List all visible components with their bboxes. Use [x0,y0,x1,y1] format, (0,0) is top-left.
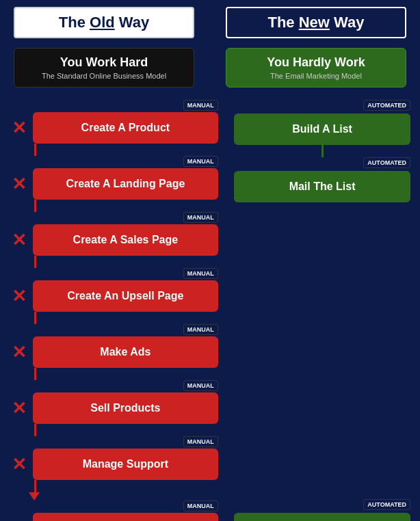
badge-row-2: MANUAL [10,156,218,168]
x-icon-1: ✕ [10,118,29,139]
manual-badge-3: MANUAL [183,212,218,223]
header-row: The Old Way The New Way [7,7,413,38]
badge-row-4: MANUAL [10,268,218,280]
x-icon-2: ✕ [10,174,29,195]
badge-row-6: MANUAL [10,380,218,392]
connector-3 [34,256,36,268]
step-group-6: MANUAL ✕ Sell Products [10,380,218,424]
badge-row-1: MANUAL [10,100,218,112]
connector-6 [34,424,36,436]
x-icon-6: ✕ [10,398,29,419]
x-icon-8: ✕ [10,518,29,522]
step-group-2: MANUAL ✕ Create A Landing Page [10,156,218,200]
page-container: The Old Way The New Way You Work Hard Th… [7,7,413,521]
badge-row-7: MANUAL [10,436,218,449]
old-model-title: You Work Hard [24,55,184,70]
x-icon-4: ✕ [10,286,29,307]
automated-badge-1: AUTOMATED [363,100,410,111]
connector-4 [34,312,36,324]
create-product-button[interactable]: Create A Product [33,112,218,144]
right-connector-1 [321,145,324,157]
new-model-title: You Hardly Work [236,55,396,70]
step-group-8: MANUAL ✕ Get Paid [10,500,218,521]
connector-5 [34,368,36,380]
automated-badge-3: AUTOMATED [363,499,410,510]
step-group-3: MANUAL ✕ Create A Sales Page [10,212,218,256]
manage-support-button[interactable]: Manage Support [33,449,218,480]
manual-badge-5: MANUAL [183,324,218,335]
old-model-subtitle: The Standard Online Business Model [24,72,184,80]
step-row-7: ✕ Manage Support [10,449,218,480]
step-row-2: ✕ Create A Landing Page [10,168,218,200]
badge-row-8: MANUAL [10,500,218,513]
badge-row-3: MANUAL [10,212,218,224]
x-icon-5: ✕ [10,342,29,363]
create-sales-page-button[interactable]: Create A Sales Page [33,224,218,256]
new-model-subtitle: The Email Marketing Model [236,72,396,80]
automated-badge-2: AUTOMATED [363,157,410,168]
build-list-button[interactable]: Build A List [234,113,410,145]
step-row-1: ✕ Create A Product [10,112,218,144]
x-icon-7: ✕ [10,454,29,475]
create-upsell-page-button[interactable]: Create An Upsell Page [33,280,218,312]
main-columns: MANUAL ✕ Create A Product MANUAL ✕ Creat… [7,100,413,521]
step-group-7: MANUAL ✕ Manage Support [10,436,218,480]
right-column: AUTOMATED Build A List AUTOMATED Mail Th… [234,100,410,521]
right-step-group-3: AUTOMATED Get Paid [234,499,410,521]
new-way-title: The New Way [235,14,397,31]
old-way-title: The Old Way [23,14,185,31]
right-step-group-1: AUTOMATED Build A List [234,100,410,145]
mail-list-button[interactable]: Mail The List [234,171,410,202]
make-ads-button[interactable]: Make Ads [33,336,218,368]
manual-badge-2: MANUAL [183,156,218,167]
connector-1 [34,144,36,156]
manual-badge-8: MANUAL [183,500,218,511]
get-paid-right-button[interactable]: Get Paid [234,513,410,521]
right-step-group-2: AUTOMATED Mail The List [234,157,410,202]
connector-2 [34,200,36,212]
step-group-4: MANUAL ✕ Create An Upsell Page [10,268,218,312]
step-row-6: ✕ Sell Products [10,392,218,424]
old-model-box: You Work Hard The Standard Online Busine… [14,48,194,88]
sub-header-row: You Work Hard The Standard Online Busine… [7,48,413,88]
step-row-4: ✕ Create An Upsell Page [10,280,218,312]
step-row-8: ✕ Get Paid [10,513,218,521]
manual-badge-4: MANUAL [183,268,218,279]
get-paid-left-button[interactable]: Get Paid [33,513,218,521]
old-way-header: The Old Way [14,7,194,38]
manual-badge-1: MANUAL [183,100,218,111]
manual-badge-6: MANUAL [183,380,218,391]
sell-products-button[interactable]: Sell Products [33,392,218,424]
step-group-1: MANUAL ✕ Create A Product [10,100,218,144]
new-model-box: You Hardly Work The Email Marketing Mode… [226,48,406,88]
arrow-down-left [29,492,40,500]
manual-badge-7: MANUAL [183,436,218,447]
badge-row-5: MANUAL [10,324,218,336]
step-row-5: ✕ Make Ads [10,336,218,368]
x-icon-3: ✕ [10,230,29,251]
step-group-5: MANUAL ✕ Make Ads [10,324,218,368]
create-landing-page-button[interactable]: Create A Landing Page [33,168,218,200]
new-way-header: The New Way [226,7,406,38]
connector-7 [34,480,36,492]
left-column: MANUAL ✕ Create A Product MANUAL ✕ Creat… [10,100,218,521]
step-row-3: ✕ Create A Sales Page [10,224,218,256]
